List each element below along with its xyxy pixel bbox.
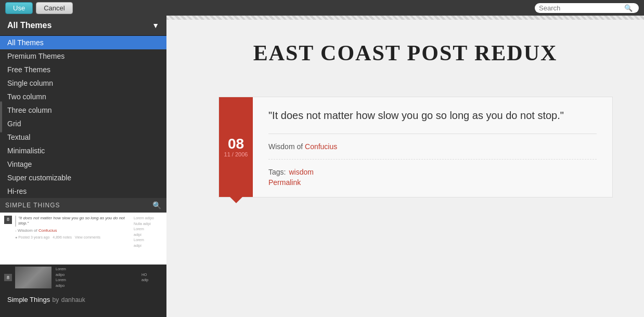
search-box[interactable]: 🔍 bbox=[535, 3, 639, 13]
sidebar-item-minimalistic[interactable]: Minimalistic bbox=[0, 144, 166, 157]
sidebar-item-three-column[interactable]: Three column bbox=[0, 103, 166, 117]
preview-row2: 8 LoremadipoLoremadipo HOadip bbox=[0, 265, 166, 290]
sidebar-item-textual[interactable]: Textual bbox=[0, 130, 166, 144]
theme-card[interactable]: 8 "It does not matter how slow you go so… bbox=[0, 213, 166, 290]
dropdown-label: All Themes bbox=[7, 21, 51, 30]
theme-preview-title: SIMPLE THINGS bbox=[5, 202, 60, 209]
theme-preview-section: SIMPLE THINGS 🔍 8 "It does not matter ho… bbox=[0, 198, 166, 317]
tag-link[interactable]: wisdom bbox=[289, 168, 313, 176]
sidebar-item-free-themes[interactable]: Free Themes bbox=[0, 63, 166, 76]
sidebar-item-all-themes[interactable]: All Themes bbox=[0, 36, 166, 49]
post-divider bbox=[268, 134, 597, 134]
chevron-down-icon: ▼ bbox=[152, 21, 159, 30]
sidebar-item-grid[interactable]: Grid bbox=[0, 117, 166, 130]
post-quote: "It does not matter how slow you go so l… bbox=[268, 108, 597, 123]
theme-card-author: danhauk bbox=[61, 296, 85, 303]
post-card: 08 11 / 2006 "It does not matter how slo… bbox=[218, 97, 613, 197]
cancel-button[interactable]: Cancel bbox=[36, 2, 72, 14]
sidebar-item-vintage[interactable]: Vintage bbox=[0, 157, 166, 171]
wisdom-author-link[interactable]: Confucius bbox=[305, 142, 337, 151]
theme-card-by: by bbox=[53, 296, 59, 303]
tags-label: Tags: bbox=[268, 168, 286, 176]
theme-search-icon[interactable]: 🔍 bbox=[152, 201, 161, 209]
theme-card-footer: Simple Things by danhauk bbox=[0, 290, 166, 308]
blog-title: EAST COAST POST REDUX bbox=[198, 41, 613, 65]
sidebar-item-two-column[interactable]: Two column bbox=[0, 90, 166, 103]
main-area: All Themes ▼ All Themes Premium Themes F… bbox=[0, 16, 644, 317]
post-date-badge: 08 11 / 2006 bbox=[219, 97, 253, 197]
post-wisdom: Wisdom of Confucius bbox=[268, 142, 597, 151]
sidebar-item-hi-res[interactable]: Hi-res bbox=[0, 184, 166, 198]
theme-dropdown[interactable]: All Themes ▼ bbox=[0, 16, 166, 36]
permalink[interactable]: Permalink bbox=[268, 178, 597, 187]
preview-content: EAST COAST POST REDUX 08 11 / 2006 "It d… bbox=[166, 20, 644, 317]
top-bar-actions: Use Cancel bbox=[5, 2, 73, 14]
top-bar: Use Cancel 🔍 bbox=[0, 0, 644, 16]
sidebar-item-single-column[interactable]: Single column bbox=[0, 76, 166, 90]
theme-list: All Themes Premium Themes Free Themes Si… bbox=[0, 36, 166, 198]
theme-card-name: Simple Things bbox=[7, 296, 50, 303]
post-body: "It does not matter how slow you go so l… bbox=[253, 97, 612, 197]
search-icon: 🔍 bbox=[624, 4, 633, 12]
date-day: 08 bbox=[228, 137, 244, 151]
preview-main: EAST COAST POST REDUX 08 11 / 2006 "It d… bbox=[166, 16, 644, 317]
post-divider2 bbox=[268, 159, 597, 160]
theme-preview-header: SIMPLE THINGS 🔍 bbox=[0, 198, 166, 213]
sidebar-item-premium-themes[interactable]: Premium Themes bbox=[0, 49, 166, 63]
use-button[interactable]: Use bbox=[5, 2, 33, 14]
wisdom-prefix: Wisdom of bbox=[268, 142, 303, 151]
post-tags: Tags: wisdom bbox=[268, 168, 597, 176]
sidebar: All Themes ▼ All Themes Premium Themes F… bbox=[0, 16, 166, 317]
date-month-year: 11 / 2006 bbox=[224, 151, 248, 157]
scrollbar[interactable] bbox=[0, 101, 2, 133]
search-input[interactable] bbox=[539, 4, 622, 12]
sidebar-item-super-customizable[interactable]: Super customizable bbox=[0, 171, 166, 184]
preview-top-border bbox=[166, 16, 644, 20]
